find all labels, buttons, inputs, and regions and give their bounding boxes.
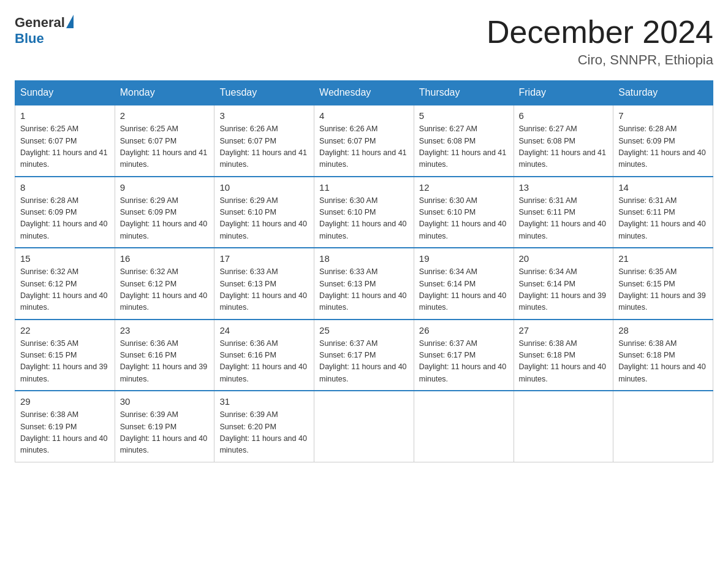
- day-number: 28: [618, 325, 708, 335]
- calendar-body: 1 Sunrise: 6:25 AMSunset: 6:07 PMDayligh…: [15, 105, 713, 462]
- day-info: Sunrise: 6:26 AMSunset: 6:07 PMDaylight:…: [219, 123, 309, 171]
- calendar-cell: 11 Sunrise: 6:30 AMSunset: 6:10 PMDaylig…: [314, 177, 414, 248]
- day-info: Sunrise: 6:28 AMSunset: 6:09 PMDaylight:…: [20, 195, 110, 243]
- day-info: Sunrise: 6:31 AMSunset: 6:11 PMDaylight:…: [519, 195, 609, 243]
- day-number: 5: [419, 110, 509, 121]
- day-number: 11: [319, 182, 409, 193]
- calendar-cell: [314, 391, 414, 462]
- calendar-cell: 17 Sunrise: 6:33 AMSunset: 6:13 PMDaylig…: [214, 248, 314, 320]
- day-info: Sunrise: 6:33 AMSunset: 6:13 PMDaylight:…: [319, 266, 409, 314]
- calendar-cell: 21 Sunrise: 6:35 AMSunset: 6:15 PMDaylig…: [613, 248, 713, 320]
- day-number: 10: [219, 182, 309, 193]
- day-number: 24: [219, 325, 309, 335]
- day-number: 22: [20, 325, 110, 335]
- header-sunday: Sunday: [15, 81, 115, 105]
- day-number: 30: [120, 396, 210, 407]
- calendar-cell: 7 Sunrise: 6:28 AMSunset: 6:09 PMDayligh…: [613, 105, 713, 177]
- calendar-cell: 28 Sunrise: 6:38 AMSunset: 6:18 PMDaylig…: [613, 320, 713, 391]
- day-info: Sunrise: 6:39 AMSunset: 6:20 PMDaylight:…: [219, 409, 309, 457]
- calendar-cell: 3 Sunrise: 6:26 AMSunset: 6:07 PMDayligh…: [214, 105, 314, 177]
- calendar-cell: [514, 391, 613, 462]
- calendar-table: SundayMondayTuesdayWednesdayThursdayFrid…: [15, 80, 713, 462]
- day-number: 14: [618, 182, 708, 193]
- title-section: December 2024 Ciro, SNNPR, Ethiopia: [487, 15, 713, 68]
- calendar-cell: 13 Sunrise: 6:31 AMSunset: 6:11 PMDaylig…: [514, 177, 613, 248]
- day-info: Sunrise: 6:37 AMSunset: 6:17 PMDaylight:…: [319, 338, 409, 386]
- calendar-cell: 27 Sunrise: 6:38 AMSunset: 6:18 PMDaylig…: [514, 320, 613, 391]
- day-number: 27: [519, 325, 609, 335]
- day-info: Sunrise: 6:34 AMSunset: 6:14 PMDaylight:…: [419, 266, 509, 314]
- day-info: Sunrise: 6:38 AMSunset: 6:18 PMDaylight:…: [519, 338, 609, 386]
- header-friday: Friday: [514, 81, 613, 105]
- day-info: Sunrise: 6:25 AMSunset: 6:07 PMDaylight:…: [120, 123, 210, 171]
- calendar-cell: 14 Sunrise: 6:31 AMSunset: 6:11 PMDaylig…: [613, 177, 713, 248]
- day-info: Sunrise: 6:35 AMSunset: 6:15 PMDaylight:…: [618, 266, 708, 314]
- calendar-week-1: 1 Sunrise: 6:25 AMSunset: 6:07 PMDayligh…: [15, 105, 713, 177]
- calendar-cell: 12 Sunrise: 6:30 AMSunset: 6:10 PMDaylig…: [414, 177, 514, 248]
- day-number: 12: [419, 182, 509, 193]
- day-info: Sunrise: 6:38 AMSunset: 6:19 PMDaylight:…: [20, 409, 110, 457]
- day-info: Sunrise: 6:33 AMSunset: 6:13 PMDaylight:…: [219, 266, 309, 314]
- logo: General Blue: [15, 15, 74, 47]
- header-saturday: Saturday: [613, 81, 713, 105]
- day-number: 13: [519, 182, 609, 193]
- day-number: 17: [219, 253, 309, 264]
- header-row: SundayMondayTuesdayWednesdayThursdayFrid…: [15, 81, 713, 105]
- day-number: 18: [319, 253, 409, 264]
- day-number: 20: [519, 253, 609, 264]
- calendar-cell: 6 Sunrise: 6:27 AMSunset: 6:08 PMDayligh…: [514, 105, 613, 177]
- calendar-cell: 10 Sunrise: 6:29 AMSunset: 6:10 PMDaylig…: [214, 177, 314, 248]
- calendar-cell: 24 Sunrise: 6:36 AMSunset: 6:16 PMDaylig…: [214, 320, 314, 391]
- day-number: 26: [419, 325, 509, 335]
- day-number: 19: [419, 253, 509, 264]
- day-info: Sunrise: 6:36 AMSunset: 6:16 PMDaylight:…: [120, 338, 210, 386]
- day-info: Sunrise: 6:34 AMSunset: 6:14 PMDaylight:…: [519, 266, 609, 314]
- calendar-week-4: 22 Sunrise: 6:35 AMSunset: 6:15 PMDaylig…: [15, 320, 713, 391]
- calendar-cell: 15 Sunrise: 6:32 AMSunset: 6:12 PMDaylig…: [15, 248, 115, 320]
- header-thursday: Thursday: [414, 81, 514, 105]
- day-info: Sunrise: 6:29 AMSunset: 6:09 PMDaylight:…: [120, 195, 210, 243]
- calendar-cell: 18 Sunrise: 6:33 AMSunset: 6:13 PMDaylig…: [314, 248, 414, 320]
- calendar-cell: 19 Sunrise: 6:34 AMSunset: 6:14 PMDaylig…: [414, 248, 514, 320]
- day-info: Sunrise: 6:30 AMSunset: 6:10 PMDaylight:…: [319, 195, 409, 243]
- calendar-cell: 30 Sunrise: 6:39 AMSunset: 6:19 PMDaylig…: [115, 391, 214, 462]
- month-title: December 2024: [487, 15, 713, 50]
- calendar-cell: [414, 391, 514, 462]
- calendar-cell: [613, 391, 713, 462]
- header-wednesday: Wednesday: [314, 81, 414, 105]
- calendar-week-2: 8 Sunrise: 6:28 AMSunset: 6:09 PMDayligh…: [15, 177, 713, 248]
- calendar-cell: 1 Sunrise: 6:25 AMSunset: 6:07 PMDayligh…: [15, 105, 115, 177]
- day-info: Sunrise: 6:35 AMSunset: 6:15 PMDaylight:…: [20, 338, 110, 386]
- calendar-cell: 25 Sunrise: 6:37 AMSunset: 6:17 PMDaylig…: [314, 320, 414, 391]
- day-info: Sunrise: 6:31 AMSunset: 6:11 PMDaylight:…: [618, 195, 708, 243]
- day-number: 21: [618, 253, 708, 264]
- day-info: Sunrise: 6:32 AMSunset: 6:12 PMDaylight:…: [20, 266, 110, 314]
- calendar-cell: 31 Sunrise: 6:39 AMSunset: 6:20 PMDaylig…: [214, 391, 314, 462]
- day-info: Sunrise: 6:27 AMSunset: 6:08 PMDaylight:…: [419, 123, 509, 171]
- calendar-cell: 4 Sunrise: 6:26 AMSunset: 6:07 PMDayligh…: [314, 105, 414, 177]
- day-number: 15: [20, 253, 110, 264]
- day-number: 1: [20, 110, 110, 121]
- day-number: 9: [120, 182, 210, 193]
- day-info: Sunrise: 6:25 AMSunset: 6:07 PMDaylight:…: [20, 123, 110, 171]
- day-info: Sunrise: 6:29 AMSunset: 6:10 PMDaylight:…: [219, 195, 309, 243]
- page-header: General Blue December 2024 Ciro, SNNPR, …: [15, 15, 713, 68]
- calendar-cell: 20 Sunrise: 6:34 AMSunset: 6:14 PMDaylig…: [514, 248, 613, 320]
- header-monday: Monday: [115, 81, 214, 105]
- calendar-cell: 9 Sunrise: 6:29 AMSunset: 6:09 PMDayligh…: [115, 177, 214, 248]
- calendar-cell: 16 Sunrise: 6:32 AMSunset: 6:12 PMDaylig…: [115, 248, 214, 320]
- calendar-cell: 29 Sunrise: 6:38 AMSunset: 6:19 PMDaylig…: [15, 391, 115, 462]
- calendar-cell: 8 Sunrise: 6:28 AMSunset: 6:09 PMDayligh…: [15, 177, 115, 248]
- logo-triangle-icon: [66, 15, 74, 28]
- location-title: Ciro, SNNPR, Ethiopia: [487, 52, 713, 68]
- day-info: Sunrise: 6:27 AMSunset: 6:08 PMDaylight:…: [519, 123, 609, 171]
- day-info: Sunrise: 6:37 AMSunset: 6:17 PMDaylight:…: [419, 338, 509, 386]
- day-number: 4: [319, 110, 409, 121]
- calendar-cell: 23 Sunrise: 6:36 AMSunset: 6:16 PMDaylig…: [115, 320, 214, 391]
- calendar-week-5: 29 Sunrise: 6:38 AMSunset: 6:19 PMDaylig…: [15, 391, 713, 462]
- calendar-header: SundayMondayTuesdayWednesdayThursdayFrid…: [15, 81, 713, 105]
- day-number: 8: [20, 182, 110, 193]
- logo-general: General: [15, 15, 65, 31]
- calendar-cell: 2 Sunrise: 6:25 AMSunset: 6:07 PMDayligh…: [115, 105, 214, 177]
- day-info: Sunrise: 6:32 AMSunset: 6:12 PMDaylight:…: [120, 266, 210, 314]
